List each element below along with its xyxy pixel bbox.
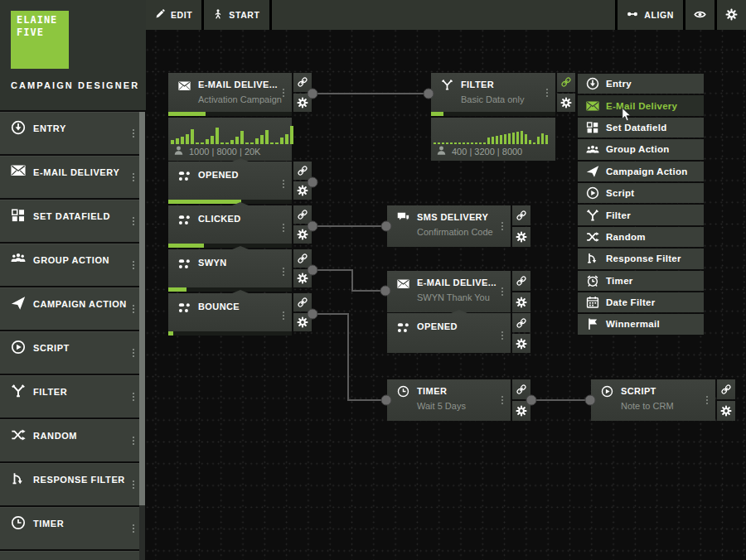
node-link-button[interactable] — [717, 379, 735, 399]
drag-handle-icon[interactable] — [133, 437, 134, 445]
node-settings-button[interactable] — [293, 94, 312, 113]
drag-handle-icon[interactable] — [501, 222, 503, 230]
sidebar-item-e-mail-delivery[interactable]: E-MAIL DELIVERY — [0, 156, 139, 198]
sidebar-item-timer[interactable]: TIMER — [0, 507, 139, 549]
node-settings-button[interactable] — [717, 401, 735, 421]
node-settings-button[interactable] — [293, 181, 312, 200]
flow-node-script-crm[interactable]: SCRIPT Note to CRM — [591, 379, 735, 421]
progress-bar — [168, 331, 292, 336]
dots-icon — [178, 301, 191, 313]
sidebar-item-date-filter[interactable]: DATE FILTER — [0, 551, 139, 560]
node-settings-button[interactable] — [512, 227, 530, 247]
node-settings-button[interactable] — [293, 313, 312, 331]
campaign-canvas[interactable]: E-MAIL DELIVE... Activation Campaign 100… — [146, 30, 746, 560]
flow-node-swyn[interactable]: SWYN — [168, 249, 312, 292]
progress-bar — [168, 244, 292, 248]
menu-item-response-filter[interactable]: Response Filter — [578, 249, 704, 268]
flow-node-email-activation[interactable]: E-MAIL DELIVE... Activation Campaign 100… — [168, 73, 312, 161]
node-link-button[interactable] — [512, 205, 530, 225]
node-link-button[interactable] — [293, 162, 312, 180]
drag-handle-icon[interactable] — [133, 480, 134, 489]
gear-button[interactable] — [717, 0, 746, 30]
node-settings-button[interactable] — [557, 94, 575, 113]
sidebar-item-response-filter[interactable]: RESPONSE FILTER — [0, 463, 139, 505]
filter-icon — [586, 209, 599, 222]
flow-node-email-swyn[interactable]: E-MAIL DELIVE... SWYN Thank You — [387, 271, 530, 312]
start-button[interactable]: START — [204, 0, 271, 30]
sidebar-scrollbar[interactable] — [139, 112, 145, 560]
sidebar-item-set-datafield[interactable]: SET DATAFIELD — [0, 200, 139, 242]
node-settings-button[interactable] — [512, 292, 530, 312]
drag-handle-icon[interactable] — [546, 89, 548, 97]
drag-handle-icon[interactable] — [501, 331, 503, 340]
edit-button[interactable]: EDIT — [146, 0, 204, 30]
node-link-button[interactable] — [293, 205, 312, 224]
menu-item-e-mail-delivery[interactable]: E-Mail Delivery — [578, 95, 704, 115]
drag-handle-icon[interactable] — [501, 396, 503, 404]
menu-item-entry[interactable]: Entry — [578, 74, 704, 94]
node-link-button[interactable] — [293, 293, 312, 311]
sidebar-item-campaign-action[interactable]: CAMPAIGN ACTION — [0, 287, 139, 330]
pencil-icon — [155, 9, 165, 21]
node-link-button[interactable] — [512, 313, 530, 332]
stats-caption: 1000 | 8000 | 20K — [189, 147, 260, 157]
drag-handle-icon[interactable] — [133, 173, 134, 181]
align-button[interactable]: ALIGN — [618, 0, 685, 30]
drag-handle-icon[interactable] — [283, 180, 284, 188]
drag-handle-icon[interactable] — [133, 524, 134, 533]
drag-handle-icon[interactable] — [283, 311, 284, 320]
menu-item-winnermail[interactable]: Winnermail — [578, 314, 704, 334]
drag-handle-icon[interactable] — [133, 349, 134, 357]
menu-item-date-filter[interactable]: Date Filter — [578, 292, 704, 312]
dots-icon — [178, 257, 191, 269]
drag-handle-icon[interactable] — [706, 396, 708, 404]
node-title: OPENED — [198, 170, 239, 180]
flow-node-bounce[interactable]: BOUNCE — [168, 293, 312, 336]
node-settings-button[interactable] — [512, 401, 530, 421]
node-link-button[interactable] — [293, 249, 312, 268]
drag-handle-icon[interactable] — [283, 268, 284, 276]
group-icon — [11, 252, 26, 267]
drag-handle-icon[interactable] — [283, 89, 284, 97]
clock-icon — [397, 385, 409, 398]
menu-item-filter[interactable]: Filter — [578, 205, 704, 224]
sidebar-item-random[interactable]: RANDOM — [0, 419, 139, 461]
node-link-button[interactable] — [512, 271, 530, 291]
menu-item-set-datafield[interactable]: Set Datafield — [578, 118, 704, 138]
node-link-button[interactable] — [557, 73, 575, 92]
toolbar: EDIT START ALIGN — [146, 0, 746, 30]
sidebar-item-filter[interactable]: FILTER — [0, 375, 139, 418]
flow-node-timer-wait[interactable]: TIMER Wait 5 Days — [387, 379, 530, 421]
menu-item-script[interactable]: Script — [578, 183, 704, 203]
drag-handle-icon[interactable] — [133, 305, 134, 313]
entry-icon — [586, 77, 599, 90]
logo-line1: ELAINE — [17, 14, 69, 27]
node-settings-button[interactable] — [293, 269, 312, 287]
flow-node-filter-basic[interactable]: FILTER Basic Data only 400 | 3200 | 8000 — [431, 73, 575, 161]
sidebar-item-group-action[interactable]: GROUP ACTION — [0, 244, 139, 286]
flow-node-opened-1[interactable]: OPENED — [168, 162, 312, 204]
node-link-button[interactable] — [293, 73, 312, 92]
node-link-button[interactable] — [512, 379, 530, 399]
node-settings-button[interactable] — [293, 225, 312, 244]
menu-item-timer[interactable]: Timer — [578, 271, 704, 291]
node-title: E-MAIL DELIVE... — [198, 80, 278, 89]
drag-handle-icon[interactable] — [133, 129, 134, 138]
drag-handle-icon[interactable] — [133, 217, 134, 225]
flow-node-opened-2[interactable]: OPENED — [387, 313, 530, 353]
sidebar-item-entry[interactable]: ENTRY — [0, 112, 139, 154]
drag-handle-icon[interactable] — [283, 224, 284, 232]
sidebar-item-script[interactable]: SCRIPT — [0, 331, 139, 374]
menu-item-random[interactable]: Random — [578, 227, 704, 247]
sidebar-scrollbar-thumb[interactable] — [139, 112, 145, 505]
drag-handle-icon[interactable] — [133, 261, 134, 269]
group-icon — [586, 142, 599, 156]
drag-handle-icon[interactable] — [133, 393, 134, 401]
flow-node-sms-delivery[interactable]: SMS DELIVERY Confirmation Code — [387, 205, 530, 247]
flow-node-clicked[interactable]: CLICKED — [168, 205, 312, 248]
node-settings-button[interactable] — [512, 334, 530, 353]
drag-handle-icon[interactable] — [501, 287, 503, 296]
eye-button[interactable] — [685, 0, 717, 30]
menu-item-group-action[interactable]: Group Action — [578, 139, 704, 159]
menu-item-campaign-action[interactable]: Campaign Action — [578, 162, 704, 181]
